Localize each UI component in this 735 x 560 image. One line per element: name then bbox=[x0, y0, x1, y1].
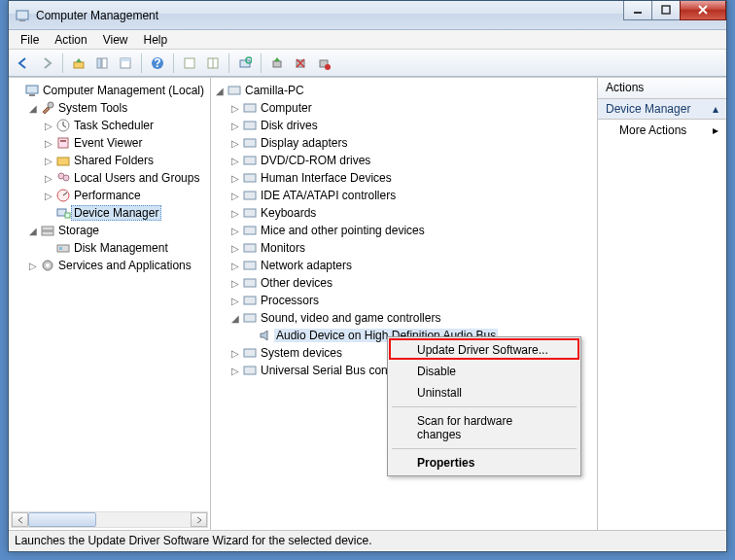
cat-icon bbox=[242, 135, 258, 151]
actions-more[interactable]: More Actions ▸ bbox=[598, 120, 726, 141]
cat-icon bbox=[242, 240, 258, 256]
dev-cat-9[interactable]: ▷Network adapters bbox=[213, 257, 597, 274]
cat-icon bbox=[242, 153, 258, 168]
menubar: File Action View Help bbox=[9, 30, 726, 50]
left-scrollbar[interactable] bbox=[11, 511, 208, 528]
svg-rect-43 bbox=[244, 174, 256, 182]
tree-device-manager[interactable]: Device Manager bbox=[11, 204, 210, 222]
forward-button[interactable] bbox=[36, 52, 57, 74]
statusbar: Launches the Update Driver Software Wiza… bbox=[9, 530, 726, 551]
chevron-right-icon: ▸ bbox=[713, 123, 718, 137]
maximize-button[interactable] bbox=[651, 1, 681, 20]
tree-storage[interactable]: ◢Storage bbox=[11, 222, 210, 239]
ctx-uninstall[interactable]: Uninstall bbox=[390, 382, 578, 403]
minimize-button[interactable] bbox=[623, 1, 652, 20]
svg-rect-50 bbox=[244, 297, 256, 304]
console-tree: Computer Management (Local) ◢System Tool… bbox=[9, 78, 210, 278]
folder-shared-icon bbox=[55, 153, 71, 168]
cat-icon bbox=[242, 345, 258, 361]
toolbar: ? bbox=[9, 50, 726, 77]
svg-rect-26 bbox=[57, 158, 69, 165]
view-toolbar-2[interactable] bbox=[202, 52, 224, 74]
dev-cat-2[interactable]: ▷Display adapters bbox=[213, 134, 597, 152]
tree-system-tools[interactable]: ◢System Tools bbox=[11, 99, 210, 117]
svg-point-19 bbox=[325, 64, 331, 70]
svg-rect-41 bbox=[244, 139, 256, 147]
dev-cat-11[interactable]: ▷Processors bbox=[213, 292, 597, 309]
up-button[interactable] bbox=[68, 52, 89, 74]
menu-help[interactable]: Help bbox=[136, 31, 176, 49]
svg-point-22 bbox=[48, 102, 53, 108]
scroll-track[interactable] bbox=[28, 512, 191, 527]
disable-button[interactable] bbox=[313, 52, 334, 74]
menu-action[interactable]: Action bbox=[47, 31, 94, 49]
ctx-update-driver[interactable]: Update Driver Software... bbox=[390, 339, 578, 361]
svg-rect-48 bbox=[244, 262, 256, 269]
ctx-disable[interactable]: Disable bbox=[390, 361, 578, 382]
ctx-scan[interactable]: Scan for hardware changes bbox=[390, 410, 578, 445]
cat-icon bbox=[242, 275, 258, 291]
dev-cat-0[interactable]: ▷Computer bbox=[213, 99, 597, 117]
menu-file[interactable]: File bbox=[13, 31, 47, 49]
ctx-properties[interactable]: Properties bbox=[390, 452, 578, 473]
tree-local-users[interactable]: ▷Local Users and Groups bbox=[11, 169, 210, 187]
computer-icon bbox=[227, 83, 242, 98]
scroll-right-button[interactable] bbox=[191, 512, 207, 527]
left-pane[interactable]: Computer Management (Local) ◢System Tool… bbox=[9, 78, 211, 530]
tree-shared-folders[interactable]: ▷Shared Folders bbox=[11, 152, 210, 169]
titlebar[interactable]: Computer Management bbox=[9, 1, 726, 30]
cat-icon bbox=[242, 258, 258, 273]
menu-view[interactable]: View bbox=[95, 31, 136, 49]
speaker-icon bbox=[258, 328, 273, 343]
tree-disk-mgmt[interactable]: Disk Management bbox=[11, 239, 210, 257]
cat-icon bbox=[242, 223, 258, 238]
dev-cat-5[interactable]: ▷IDE ATA/ATAPI controllers bbox=[213, 187, 597, 204]
scan-hw-button[interactable] bbox=[234, 52, 256, 74]
actions-section[interactable]: Device Manager ▴ bbox=[598, 99, 726, 120]
help-button[interactable]: ? bbox=[147, 52, 168, 74]
dev-cat-1[interactable]: ▷Disk drives bbox=[213, 117, 597, 134]
dev-cat-8[interactable]: ▷Monitors bbox=[213, 239, 597, 257]
tree-task-scheduler[interactable]: ▷Task Scheduler bbox=[11, 117, 210, 134]
view-toolbar-1[interactable] bbox=[179, 52, 200, 74]
close-button[interactable] bbox=[680, 1, 726, 20]
back-button[interactable] bbox=[13, 52, 34, 74]
svg-rect-4 bbox=[74, 62, 84, 68]
dev-cat-10[interactable]: ▷Other devices bbox=[213, 274, 597, 292]
users-icon bbox=[55, 170, 71, 186]
svg-rect-44 bbox=[244, 192, 256, 199]
scroll-thumb[interactable] bbox=[28, 512, 96, 527]
cat-icon bbox=[242, 310, 258, 326]
dev-cat-12[interactable]: ◢Sound, video and game controllers bbox=[213, 309, 597, 327]
tree-services[interactable]: ▷Services and Applications bbox=[11, 257, 210, 274]
uninstall-button[interactable] bbox=[290, 52, 311, 74]
properties-toolbar-button[interactable] bbox=[115, 52, 136, 74]
main-body: Computer Management (Local) ◢System Tool… bbox=[9, 77, 726, 530]
clock-icon bbox=[55, 118, 71, 133]
actions-header: Actions bbox=[598, 78, 726, 99]
svg-rect-34 bbox=[57, 245, 69, 252]
cat-icon bbox=[242, 100, 258, 116]
cat-icon bbox=[242, 118, 258, 133]
computer-icon bbox=[24, 83, 40, 98]
dev-cat-7[interactable]: ▷Mice and other pointing devices bbox=[213, 222, 597, 239]
svg-rect-49 bbox=[244, 279, 256, 287]
update-drv-button[interactable] bbox=[266, 52, 288, 74]
window-title: Computer Management bbox=[36, 9, 624, 22]
scroll-left-button[interactable] bbox=[12, 512, 28, 527]
dev-root[interactable]: ◢Camilla-PC bbox=[213, 82, 597, 99]
device-mgr-icon bbox=[55, 205, 71, 221]
dev-cat-3[interactable]: ▷DVD/CD-ROM drives bbox=[213, 152, 597, 169]
event-icon bbox=[55, 135, 71, 151]
dev-cat-6[interactable]: ▷Keyboards bbox=[213, 204, 597, 222]
tree-root-compmgmt[interactable]: Computer Management (Local) bbox=[11, 82, 210, 99]
window-buttons bbox=[624, 1, 726, 20]
tree-performance[interactable]: ▷Performance bbox=[11, 187, 210, 204]
svg-point-37 bbox=[46, 263, 50, 267]
ctx-sep-2 bbox=[392, 448, 577, 449]
svg-text:?: ? bbox=[154, 56, 160, 70]
dev-cat-4[interactable]: ▷Human Interface Devices bbox=[213, 169, 597, 187]
cat-icon bbox=[242, 363, 258, 378]
tree-event-viewer[interactable]: ▷Event Viewer bbox=[11, 134, 210, 152]
show-hide-tree-button[interactable] bbox=[91, 52, 113, 74]
